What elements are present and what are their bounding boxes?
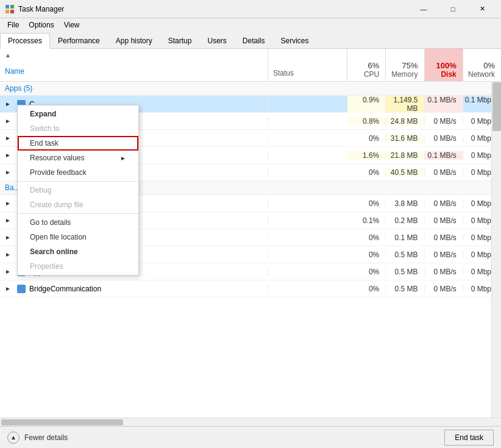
expand-icon-svc4[interactable]: ►: [5, 285, 15, 292]
row-memory-svc2: 0.5 MB: [386, 251, 424, 259]
tab-services[interactable]: Services: [273, 32, 317, 48]
ctx-provide-feedback[interactable]: Provide feedback: [18, 165, 138, 180]
row-metrics-1: 0.9% 1,149.5 MB 0.1 MB/s 0.1 Mbps: [347, 96, 501, 113]
row-disk-2: 0 MB/s: [425, 117, 463, 126]
expand-icon-svc2[interactable]: ►: [5, 251, 15, 258]
row-memory-5: 40.5 MB: [386, 168, 424, 177]
scrollbar-track[interactable]: [491, 82, 501, 418]
row-text-svc4: BridgeCommunication: [29, 285, 101, 293]
row-disk-bg1: 0 MB/s: [425, 199, 463, 208]
ctx-open-file-location[interactable]: Open file location: [18, 230, 138, 244]
col-network[interactable]: 0% Network: [463, 49, 501, 81]
row-memory-svc3: 0.5 MB: [386, 268, 424, 276]
ctx-resource-values[interactable]: Resource values ►: [18, 151, 138, 165]
row-disk-4: 0.1 MB/s: [425, 151, 463, 160]
expand-icon-3[interactable]: ►: [5, 135, 15, 141]
ctx-properties[interactable]: Properties: [18, 259, 138, 274]
disk-label: Disk: [441, 70, 456, 79]
menu-bar: File Options View: [0, 18, 501, 32]
col-name-label[interactable]: Name: [0, 62, 268, 81]
ctx-debug[interactable]: Debug: [18, 183, 138, 197]
row-metrics-bg2: 0.1% 0.2 MB 0 MB/s 0 Mbps: [347, 216, 501, 225]
h-scrollbar-thumb[interactable]: [1, 419, 123, 425]
fewer-details-button[interactable]: ▲ Fewer details: [7, 432, 68, 444]
col-memory[interactable]: 75% Memory: [386, 49, 424, 81]
memory-pct: 75%: [402, 61, 418, 70]
expand-icon-svc3[interactable]: ►: [5, 268, 15, 275]
row-metrics-svc1: 0% 0.1 MB 0 MB/s 0 Mbps: [347, 233, 501, 242]
row-cpu-4: 1.6%: [347, 151, 386, 160]
submenu-arrow: ►: [120, 155, 126, 162]
row-disk-1: 0.1 MB/s: [425, 96, 463, 113]
app-icon: [5, 4, 15, 14]
row-metrics-svc3: 0% 0.5 MB 0 MB/s 0 Mbps: [347, 268, 501, 276]
ctx-create-dump[interactable]: Create dump file: [18, 197, 138, 212]
tab-performance[interactable]: Performance: [50, 32, 108, 48]
svg-rect-2: [5, 10, 9, 13]
row-disk-bg2: 0 MB/s: [425, 216, 463, 225]
svg-rect-0: [5, 5, 9, 9]
tab-startup[interactable]: Startup: [160, 32, 200, 48]
title-bar: Task Manager — □ ✕: [0, 0, 501, 18]
row-memory-2: 24.8 MB: [386, 117, 424, 126]
tab-processes[interactable]: Processes: [0, 33, 50, 49]
maximize-button[interactable]: □: [439, 3, 467, 15]
end-task-button[interactable]: End task: [444, 430, 494, 446]
tab-details[interactable]: Details: [235, 32, 273, 48]
ctx-go-to-details[interactable]: Go to details: [18, 215, 138, 230]
row-metrics-2: 0.8% 24.8 MB 0 MB/s 0 Mbps: [347, 117, 501, 126]
network-pct: 0%: [483, 61, 495, 70]
close-button[interactable]: ✕: [468, 3, 496, 15]
row-name-svc4: ► BridgeCommunication: [0, 285, 268, 293]
row-cpu-3: 0%: [347, 134, 386, 143]
expand-icon-1[interactable]: ►: [5, 101, 15, 107]
row-metrics-3: 0% 31.6 MB 0 MB/s 0 Mbps: [347, 134, 501, 143]
row-memory-bg1: 3.8 MB: [386, 199, 424, 208]
row-icon-svc4: [17, 285, 26, 293]
expand-icon-2[interactable]: ►: [5, 118, 15, 124]
menu-view[interactable]: View: [59, 20, 85, 30]
menu-file[interactable]: File: [2, 20, 24, 30]
col-disk[interactable]: 100% Disk: [425, 49, 463, 81]
window-controls: — □ ✕: [410, 3, 496, 15]
col-cpu[interactable]: 6% CPU: [347, 49, 386, 81]
ctx-end-task[interactable]: End task: [18, 136, 138, 151]
expand-icon-bg2[interactable]: ►: [5, 217, 15, 224]
ctx-expand[interactable]: Expand: [18, 107, 138, 121]
apps-group-header: Apps (5): [0, 82, 501, 96]
tab-app-history[interactable]: App history: [108, 32, 160, 48]
bottom-bar: ▲ Fewer details End task: [0, 426, 501, 448]
expand-icon-bg1[interactable]: ►: [5, 200, 15, 207]
fewer-details-icon: ▲: [7, 432, 20, 444]
row-cpu-5: 0%: [347, 168, 386, 177]
expand-icon-svc1[interactable]: ►: [5, 234, 15, 241]
minimize-button[interactable]: —: [410, 3, 438, 15]
row-disk-3: 0 MB/s: [425, 134, 463, 143]
row-disk-svc2: 0 MB/s: [425, 251, 463, 259]
ctx-switch-to[interactable]: Switch to: [18, 121, 138, 136]
column-headers: ▲ Name Status 6% CPU 75% Memory 100% Dis…: [0, 49, 501, 82]
menu-options[interactable]: Options: [24, 20, 59, 30]
row-cpu-svc1: 0%: [347, 233, 386, 242]
svg-rect-3: [10, 10, 14, 13]
network-label: Network: [468, 70, 495, 79]
cpu-label: CPU: [364, 70, 379, 79]
context-menu: Expand Switch to End task Resource value…: [17, 105, 139, 276]
ctx-search-online[interactable]: Search online: [18, 244, 138, 259]
col-name-area: ▲ Name: [0, 49, 268, 81]
expand-icon-4[interactable]: ►: [5, 152, 15, 158]
col-status[interactable]: Status: [268, 49, 347, 81]
row-metrics-svc4: 0% 0.5 MB 0 MB/s 0 Mbps: [347, 285, 501, 293]
row-cpu-bg2: 0.1%: [347, 216, 386, 225]
horizontal-scrollbar[interactable]: [0, 418, 501, 426]
row-cpu-bg1: 0%: [347, 199, 386, 208]
tab-users[interactable]: Users: [199, 32, 234, 48]
fewer-details-label: Fewer details: [24, 433, 68, 442]
expand-icon-5[interactable]: ►: [5, 169, 15, 176]
col-metrics: 6% CPU 75% Memory 100% Disk 0% Network: [347, 49, 501, 81]
scrollbar-thumb[interactable]: [492, 82, 501, 131]
row-metrics-4: 1.6% 21.8 MB 0.1 MB/s 0 Mbps: [347, 151, 501, 160]
row-disk-5: 0 MB/s: [425, 168, 463, 177]
row-cpu-svc3: 0%: [347, 268, 386, 276]
table-row[interactable]: ► BridgeCommunication 0% 0.5 MB 0 MB/s 0…: [0, 280, 501, 297]
